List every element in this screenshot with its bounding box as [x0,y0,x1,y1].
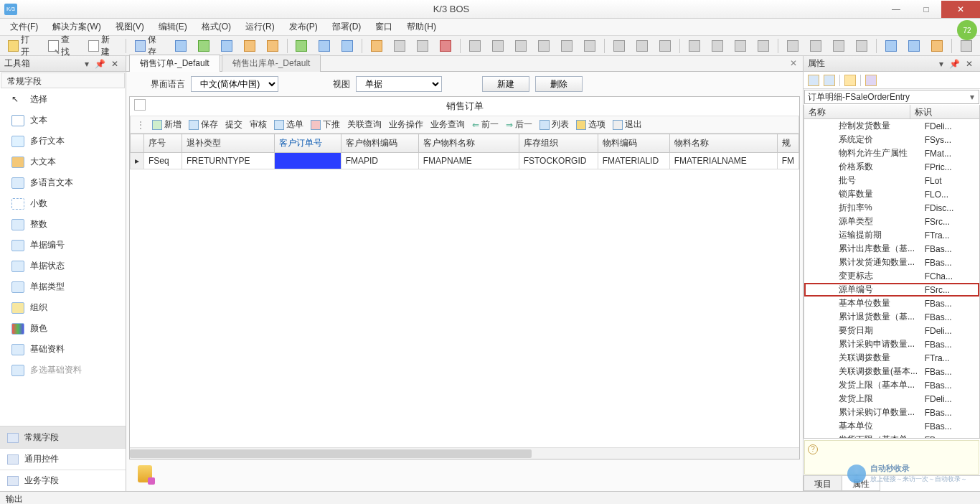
tb-cut[interactable] [366,38,387,54]
tb-vspace-1[interactable] [782,38,804,54]
menu-deploy[interactable]: 部署(D) [325,19,369,35]
cell-returntype[interactable]: FRETURNTYPE [182,153,274,169]
cell-mapid[interactable]: FMAPID [341,153,418,169]
property-row[interactable]: 系统定价FSys... [804,133,979,146]
col-name[interactable]: 名称 [804,105,910,118]
property-row[interactable]: 累计采购订单数量...FBas... [804,406,979,419]
property-row[interactable]: 发货下限（基本单FBas [804,433,979,439]
tb-space-3[interactable] [730,38,751,54]
tab-items[interactable]: 项目 [804,476,842,491]
fb-push[interactable]: 下推 [308,117,343,132]
tool-multiline[interactable]: 多行文本 [0,131,126,151]
col-stockorg[interactable]: 库存组织 [519,134,598,153]
property-row[interactable]: 基本单位FBas... [804,419,979,433]
panel-close-icon[interactable]: ✕ [963,59,976,69]
property-row[interactable]: 累计发货通知数量...FBas... [804,256,979,269]
tool-billstatus[interactable]: 单据状态 [0,256,126,276]
tool-text[interactable]: 文本 [0,110,126,131]
property-row[interactable]: 批号FLot [804,174,979,187]
new-button[interactable]: 新建 [482,76,529,92]
tb-vspace-2[interactable] [805,38,826,54]
maximize-button[interactable]: □ [911,1,941,18]
tb-back[interactable] [903,38,925,54]
col-seq[interactable]: 序号 [144,134,182,153]
panel-pin-icon[interactable]: 📌 [92,59,108,69]
tb-icon-1[interactable] [170,38,192,54]
database-icon[interactable] [138,465,152,482]
object-select[interactable]: 订单明细-FSaleOrderEntry [804,90,979,104]
category-common-controls[interactable]: 通用控件 [0,448,126,470]
tb-vspace-4[interactable] [851,38,872,54]
fb-biz-op[interactable]: 业务操作 [386,117,426,132]
fb-next[interactable]: ⇒后一 [503,117,535,132]
property-row[interactable]: 关联调拨数量(基本...FBas... [804,365,979,378]
cell-spec[interactable]: FM [777,153,798,169]
cell-mapname[interactable]: FMAPNAME [418,153,519,169]
col-material[interactable]: 物料编码 [598,134,669,153]
menu-publish[interactable]: 发布(P) [282,19,325,35]
tb-delete[interactable] [435,38,456,54]
tb-paste[interactable] [412,38,433,54]
property-row[interactable]: 累计出库数量（基...FBas... [804,242,979,256]
tb-copy[interactable] [389,38,410,54]
fb-prev[interactable]: ⇐前一 [469,117,501,132]
cell-materialname[interactable]: FMATERIALNAME [669,153,777,169]
cell-material[interactable]: FMATERIALID [598,153,669,169]
tb-space-4[interactable] [753,38,774,54]
fb-pick[interactable]: 选单 [271,117,306,132]
properties-list[interactable]: 控制发货数量FDeli...系统定价FSys...物料允许生产属性FMat...… [804,119,980,439]
form-drag-handle[interactable]: ⋮ [133,120,148,130]
cell-custorderno[interactable] [275,153,341,169]
menu-window[interactable]: 窗口 [368,19,400,35]
fb-add[interactable]: 新增 [149,117,184,132]
delete-button[interactable]: 删除 [535,76,583,92]
cell-stockorg[interactable]: FSTOCKORGID [519,153,598,169]
tool-bigtext[interactable]: 大文本 [0,151,126,172]
tool-select[interactable]: ↖选择 [0,89,126,110]
tool-basedata[interactable]: 基础资料 [0,339,126,360]
lang-select[interactable]: 中文(简体/中国) [191,76,278,92]
row-handle[interactable]: ▸ [131,153,144,169]
property-row[interactable]: 基本单位数量FBas... [804,297,979,310]
col-mapid[interactable]: 客户物料编码 [341,134,418,153]
property-row[interactable]: 折扣率%FDisc... [804,201,979,215]
minimize-button[interactable]: — [881,1,911,18]
tb-space-1[interactable] [684,38,705,54]
cell-seq[interactable]: FSeq [144,153,182,169]
col-custorderno[interactable]: 客户订单号 [275,134,341,153]
fb-submit[interactable]: 提交 [222,117,245,132]
events-icon[interactable] [865,75,877,86]
property-row[interactable]: 价格系数FPric... [804,160,979,174]
tb-align-6[interactable] [579,38,600,54]
grid-data-row[interactable]: ▸ FSeq FRETURNTYPE FMAPID FMAPNAME FSTOC… [131,153,799,169]
tool-decimal[interactable]: 小数 [0,193,126,214]
fb-save[interactable]: 保存 [186,117,221,132]
property-row[interactable]: 锁库数量FLO... [804,187,979,201]
tool-org[interactable]: 组织 [0,297,126,318]
sort-cat-icon[interactable] [808,75,819,86]
tab-saleorder[interactable]: 销售订单-_Default [129,55,220,72]
fb-options[interactable]: 选项 [573,117,608,132]
tool-multidata[interactable]: 多选基础资料 [0,360,126,381]
tab-close-icon[interactable]: ✕ [790,58,797,68]
tb-align-1[interactable] [464,38,486,54]
menu-help[interactable]: 帮助(H) [400,19,443,35]
tool-multilang[interactable]: 多语言文本 [0,172,126,193]
tb-size-3[interactable] [654,38,676,54]
property-row[interactable]: 运输提前期FTra... [804,228,979,242]
view-select[interactable]: 单据 [356,76,442,92]
col-key[interactable]: 标识 [910,105,979,118]
tab-outstock[interactable]: 销售出库单-_Default [222,55,321,72]
col-mapname[interactable]: 客户物料名称 [418,134,519,153]
tool-color[interactable]: 颜色 [0,318,126,339]
fb-link-query[interactable]: 关联查询 [344,117,385,132]
tb-icon-4[interactable] [239,38,260,54]
tool-integer[interactable]: 整数 [0,214,126,235]
property-row[interactable]: 物料允许生产属性FMat... [804,146,979,160]
property-row[interactable]: 累计退货数量（基...FBas... [804,310,979,324]
panel-close-icon[interactable]: ✕ [108,59,121,69]
prop-page-icon[interactable] [844,75,856,86]
menu-run[interactable]: 运行(R) [238,19,282,35]
sort-az-icon[interactable] [824,75,835,86]
tb-icon-5[interactable] [262,38,283,54]
